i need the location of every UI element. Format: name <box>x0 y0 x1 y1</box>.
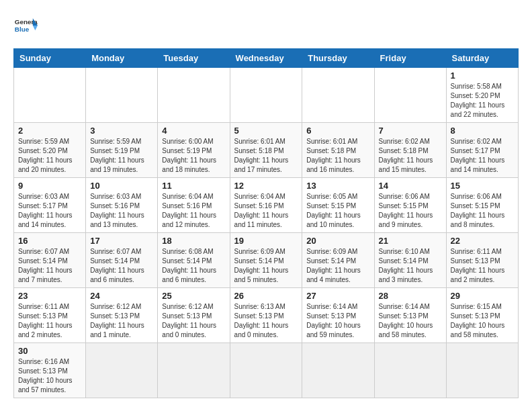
day-info: Sunrise: 6:07 AM Sunset: 5:14 PM Dayligh… <box>90 247 153 285</box>
day-info: Sunrise: 6:01 AM Sunset: 5:18 PM Dayligh… <box>234 137 298 175</box>
day-info: Sunrise: 6:06 AM Sunset: 5:15 PM Dayligh… <box>451 192 514 230</box>
day-info: Sunrise: 6:11 AM Sunset: 5:13 PM Dayligh… <box>18 302 81 340</box>
calendar-cell: 13Sunrise: 6:05 AM Sunset: 5:15 PM Dayli… <box>302 178 374 233</box>
day-info: Sunrise: 6:02 AM Sunset: 5:17 PM Dayligh… <box>451 137 514 175</box>
day-info: Sunrise: 6:05 AM Sunset: 5:15 PM Dayligh… <box>306 192 369 230</box>
day-number: 25 <box>162 291 225 301</box>
day-number: 19 <box>234 236 298 246</box>
day-number: 24 <box>90 291 153 301</box>
calendar-header-row: SundayMondayTuesdayWednesdayThursdayFrid… <box>14 49 519 68</box>
calendar-cell: 17Sunrise: 6:07 AM Sunset: 5:14 PM Dayli… <box>86 233 158 288</box>
day-info: Sunrise: 6:03 AM Sunset: 5:17 PM Dayligh… <box>18 192 81 230</box>
day-number: 3 <box>90 126 153 136</box>
day-number: 15 <box>451 181 514 191</box>
day-info: Sunrise: 6:03 AM Sunset: 5:16 PM Dayligh… <box>90 192 153 230</box>
calendar-cell: 3Sunrise: 5:59 AM Sunset: 5:19 PM Daylig… <box>86 123 158 178</box>
day-header-friday: Friday <box>374 49 446 68</box>
day-number: 4 <box>162 126 225 136</box>
day-number: 17 <box>90 236 153 246</box>
day-number: 8 <box>451 126 514 136</box>
calendar-week-4: 16Sunrise: 6:07 AM Sunset: 5:14 PM Dayli… <box>14 233 519 288</box>
calendar-cell: 21Sunrise: 6:10 AM Sunset: 5:14 PM Dayli… <box>374 233 446 288</box>
calendar-cell <box>14 68 86 123</box>
day-number: 6 <box>306 126 369 136</box>
calendar-cell <box>374 68 446 123</box>
calendar-cell: 30Sunrise: 6:16 AM Sunset: 5:13 PM Dayli… <box>14 343 86 398</box>
calendar-cell: 24Sunrise: 6:12 AM Sunset: 5:13 PM Dayli… <box>86 288 158 343</box>
day-number: 5 <box>234 126 298 136</box>
day-info: Sunrise: 6:07 AM Sunset: 5:14 PM Dayligh… <box>18 247 81 285</box>
day-header-saturday: Saturday <box>446 49 518 68</box>
day-number: 7 <box>379 126 442 136</box>
calendar-cell: 4Sunrise: 6:00 AM Sunset: 5:19 PM Daylig… <box>158 123 230 178</box>
day-number: 27 <box>306 291 369 301</box>
calendar-cell: 22Sunrise: 6:11 AM Sunset: 5:13 PM Dayli… <box>446 233 518 288</box>
day-number: 10 <box>90 181 153 191</box>
day-info: Sunrise: 6:09 AM Sunset: 5:14 PM Dayligh… <box>234 247 298 285</box>
day-info: Sunrise: 6:04 AM Sunset: 5:16 PM Dayligh… <box>162 192 225 230</box>
day-info: Sunrise: 6:08 AM Sunset: 5:14 PM Dayligh… <box>162 247 225 285</box>
calendar-cell: 12Sunrise: 6:04 AM Sunset: 5:16 PM Dayli… <box>230 178 302 233</box>
calendar-cell: 8Sunrise: 6:02 AM Sunset: 5:17 PM Daylig… <box>446 123 518 178</box>
day-info: Sunrise: 6:06 AM Sunset: 5:15 PM Dayligh… <box>379 192 442 230</box>
day-info: Sunrise: 6:14 AM Sunset: 5:13 PM Dayligh… <box>379 302 442 340</box>
day-number: 11 <box>162 181 225 191</box>
day-number: 28 <box>379 291 442 301</box>
day-info: Sunrise: 6:00 AM Sunset: 5:19 PM Dayligh… <box>162 137 225 175</box>
day-number: 2 <box>18 126 81 136</box>
calendar-table: SundayMondayTuesdayWednesdayThursdayFrid… <box>13 48 519 398</box>
calendar-week-2: 2Sunrise: 5:59 AM Sunset: 5:20 PM Daylig… <box>14 123 519 178</box>
calendar-week-1: 1Sunrise: 5:58 AM Sunset: 5:20 PM Daylig… <box>14 68 519 123</box>
day-info: Sunrise: 6:13 AM Sunset: 5:13 PM Dayligh… <box>234 302 298 340</box>
day-number: 13 <box>306 181 369 191</box>
day-info: Sunrise: 6:12 AM Sunset: 5:13 PM Dayligh… <box>162 302 225 340</box>
calendar-week-5: 23Sunrise: 6:11 AM Sunset: 5:13 PM Dayli… <box>14 288 519 343</box>
calendar-cell <box>86 68 158 123</box>
day-header-tuesday: Tuesday <box>158 49 230 68</box>
day-header-sunday: Sunday <box>14 49 86 68</box>
calendar-cell: 20Sunrise: 6:09 AM Sunset: 5:14 PM Dayli… <box>302 233 374 288</box>
calendar-cell: 6Sunrise: 6:01 AM Sunset: 5:18 PM Daylig… <box>302 123 374 178</box>
calendar-week-3: 9Sunrise: 6:03 AM Sunset: 5:17 PM Daylig… <box>14 178 519 233</box>
day-number: 23 <box>18 291 81 301</box>
calendar-cell: 14Sunrise: 6:06 AM Sunset: 5:15 PM Dayli… <box>374 178 446 233</box>
day-number: 12 <box>234 181 298 191</box>
day-number: 20 <box>306 236 369 246</box>
day-info: Sunrise: 6:02 AM Sunset: 5:18 PM Dayligh… <box>379 137 442 175</box>
day-number: 1 <box>451 71 514 81</box>
calendar-cell <box>446 343 518 398</box>
calendar-cell: 2Sunrise: 5:59 AM Sunset: 5:20 PM Daylig… <box>14 123 86 178</box>
calendar-cell: 1Sunrise: 5:58 AM Sunset: 5:20 PM Daylig… <box>446 68 518 123</box>
day-number: 18 <box>162 236 225 246</box>
calendar-cell <box>158 68 230 123</box>
calendar-cell: 18Sunrise: 6:08 AM Sunset: 5:14 PM Dayli… <box>158 233 230 288</box>
calendar-cell: 5Sunrise: 6:01 AM Sunset: 5:18 PM Daylig… <box>230 123 302 178</box>
calendar-cell <box>86 343 158 398</box>
calendar-cell <box>158 343 230 398</box>
calendar-cell: 28Sunrise: 6:14 AM Sunset: 5:13 PM Dayli… <box>374 288 446 343</box>
calendar-cell: 10Sunrise: 6:03 AM Sunset: 5:16 PM Dayli… <box>86 178 158 233</box>
svg-text:Blue: Blue <box>15 26 30 33</box>
day-info: Sunrise: 5:59 AM Sunset: 5:20 PM Dayligh… <box>18 137 81 175</box>
day-info: Sunrise: 6:04 AM Sunset: 5:16 PM Dayligh… <box>234 192 298 230</box>
day-header-monday: Monday <box>86 49 158 68</box>
calendar-cell <box>302 343 374 398</box>
day-info: Sunrise: 6:09 AM Sunset: 5:14 PM Dayligh… <box>306 247 369 285</box>
day-header-wednesday: Wednesday <box>230 49 302 68</box>
calendar-cell: 9Sunrise: 6:03 AM Sunset: 5:17 PM Daylig… <box>14 178 86 233</box>
calendar-week-6: 30Sunrise: 6:16 AM Sunset: 5:13 PM Dayli… <box>14 343 519 398</box>
logo: General Blue <box>13 13 38 38</box>
day-info: Sunrise: 6:01 AM Sunset: 5:18 PM Dayligh… <box>306 137 369 175</box>
day-info: Sunrise: 6:10 AM Sunset: 5:14 PM Dayligh… <box>379 247 442 285</box>
day-info: Sunrise: 5:58 AM Sunset: 5:20 PM Dayligh… <box>451 82 514 120</box>
calendar-cell: 16Sunrise: 6:07 AM Sunset: 5:14 PM Dayli… <box>14 233 86 288</box>
day-number: 14 <box>379 181 442 191</box>
day-info: Sunrise: 6:12 AM Sunset: 5:13 PM Dayligh… <box>90 302 153 340</box>
day-number: 30 <box>18 346 81 356</box>
calendar-cell: 19Sunrise: 6:09 AM Sunset: 5:14 PM Dayli… <box>230 233 302 288</box>
page-header: General Blue <box>13 13 519 38</box>
day-info: Sunrise: 6:14 AM Sunset: 5:13 PM Dayligh… <box>306 302 369 340</box>
day-number: 16 <box>18 236 81 246</box>
calendar-cell: 29Sunrise: 6:15 AM Sunset: 5:13 PM Dayli… <box>446 288 518 343</box>
calendar-cell <box>302 68 374 123</box>
